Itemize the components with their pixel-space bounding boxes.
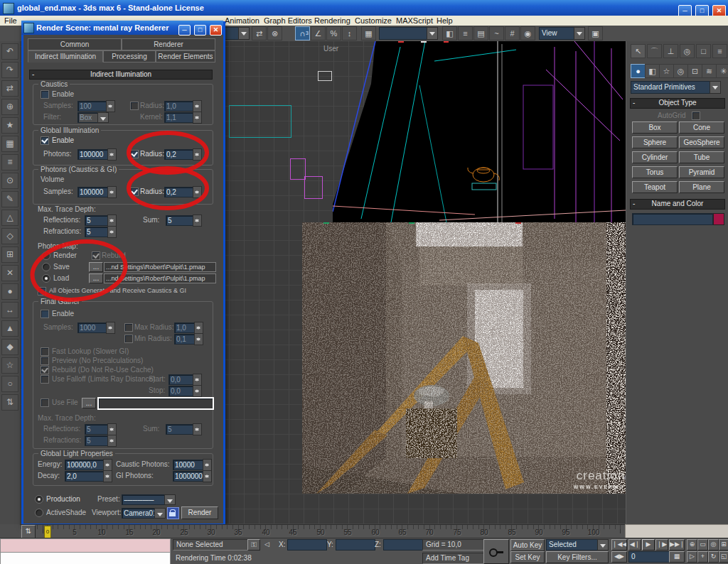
- caustics-radius-checkbox[interactable]: [130, 102, 139, 110]
- circle-tool-icon[interactable]: ○: [1, 376, 18, 392]
- fg-use-falloff-checkbox[interactable]: [41, 375, 49, 384]
- gi-enable-checkbox[interactable]: [41, 136, 49, 145]
- menu-file[interactable]: File: [4, 16, 17, 26]
- arc-rotate-icon[interactable]: ↻: [708, 551, 719, 563]
- unlink-icon[interactable]: ⊕: [1, 99, 18, 115]
- fg-start-spinner[interactable]: [193, 374, 202, 386]
- photons-samples-spinner[interactable]: [107, 186, 117, 198]
- motion-tab-icon[interactable]: ◎: [680, 44, 695, 58]
- create-teapot-button[interactable]: Teapot: [632, 181, 678, 193]
- refractions-field[interactable]: 5: [85, 227, 110, 237]
- modify-tab-icon[interactable]: ⌒: [647, 44, 662, 58]
- fg-max-radius-spinner[interactable]: [194, 322, 203, 334]
- create-pyramid-button[interactable]: Pyramid: [679, 166, 724, 178]
- dropdown-arrow-icon[interactable]: [427, 27, 438, 40]
- array-icon[interactable]: ✎: [1, 191, 18, 207]
- gi-radius-field[interactable]: 0,2: [164, 149, 196, 160]
- display-tab-icon[interactable]: □: [696, 44, 711, 58]
- fg-min-radius-spinner[interactable]: [194, 333, 203, 345]
- go-to-end-icon[interactable]: ▶▶❘: [669, 539, 685, 551]
- menu-graph-editors[interactable]: Graph Editors: [264, 16, 312, 26]
- dropdown-arrow-icon[interactable]: [97, 112, 109, 123]
- fg-fast-lookup-checkbox[interactable]: [41, 347, 49, 356]
- hierarchy-tab-icon[interactable]: ⊥: [663, 44, 678, 58]
- create-sphere-button[interactable]: Sphere: [632, 136, 678, 148]
- tab-renderer[interactable]: Renderer: [122, 38, 215, 50]
- object-type-rollout[interactable]: -Object Type: [630, 98, 725, 109]
- create-cone-button[interactable]: Cone: [679, 121, 724, 134]
- reflections-spinner[interactable]: [107, 215, 117, 227]
- utilities-tab-icon[interactable]: ≡: [712, 44, 727, 58]
- dialog-minimize-icon[interactable]: ─: [178, 25, 191, 36]
- redo-icon[interactable]: ↷: [1, 62, 18, 78]
- up-tool-icon[interactable]: ▲: [1, 320, 18, 337]
- snap-icon[interactable]: ◇: [1, 228, 18, 244]
- star-tool-icon[interactable]: ☆: [1, 357, 18, 374]
- unlink-selection-icon[interactable]: ⊗: [267, 26, 282, 40]
- production-radio[interactable]: [35, 495, 43, 504]
- mirror-icon[interactable]: ◧: [442, 26, 457, 40]
- menu-animation[interactable]: Animation: [225, 16, 259, 26]
- pan-tool-icon[interactable]: ↔: [1, 302, 18, 318]
- trace2-sum-field[interactable]: 5: [166, 424, 196, 435]
- refractions-spinner[interactable]: [107, 226, 117, 238]
- viewport-dropdown[interactable]: Camera01: [122, 508, 157, 519]
- photons-radius-checkbox[interactable]: [130, 188, 139, 196]
- snap-toggle-icon[interactable]: ∩3: [295, 26, 310, 40]
- menu-rendering[interactable]: Rendering: [314, 16, 350, 26]
- dropdown-arrow-icon[interactable]: [710, 81, 721, 94]
- spinner-snap-icon[interactable]: ↕: [342, 26, 357, 40]
- dropdown-arrow-icon[interactable]: [154, 508, 166, 519]
- fg-enable-checkbox[interactable]: [41, 310, 49, 318]
- create-plane-button[interactable]: Plane: [679, 181, 724, 193]
- name-color-rollout[interactable]: -Name and Color: [630, 199, 725, 210]
- photons-samples-field[interactable]: 100000: [77, 187, 110, 197]
- create-cylinder-button[interactable]: Cylinder: [632, 151, 678, 163]
- trace2-refractions-spinner[interactable]: [107, 435, 117, 447]
- zoom-extents-icon[interactable]: ◎: [708, 539, 719, 551]
- systems-icon[interactable]: ✳: [716, 64, 728, 78]
- dialog-maximize-icon[interactable]: □: [194, 25, 206, 36]
- photons-radius-spinner[interactable]: [193, 186, 202, 198]
- dropdown-arrow-icon[interactable]: [574, 27, 585, 40]
- gi-radius-spinner[interactable]: [193, 148, 202, 161]
- align-icon[interactable]: ≡: [458, 26, 473, 40]
- caustics-enable-checkbox[interactable]: [41, 90, 49, 99]
- create-torus-button[interactable]: Torus: [632, 166, 678, 178]
- pan-icon[interactable]: +: [697, 551, 708, 563]
- play-icon[interactable]: ▶: [642, 539, 655, 551]
- mirror-tool-icon[interactable]: ⊙: [1, 173, 18, 189]
- gi-photons-spinner[interactable]: [107, 148, 117, 161]
- fg-file-browse-button[interactable]: ...: [82, 398, 96, 408]
- key-mode-toggle-icon[interactable]: ◀▶: [611, 551, 627, 563]
- activeshade-radio[interactable]: [35, 509, 43, 517]
- load-path-field[interactable]: ...nd Settings\Robert\Pulpit\1.pmap: [104, 273, 216, 283]
- preset-dropdown[interactable]: ------------------: [122, 494, 167, 505]
- gi-radius-checkbox[interactable]: [130, 150, 139, 158]
- decay-field[interactable]: 2,0: [65, 471, 106, 482]
- material-editor-icon[interactable]: ◉: [520, 26, 535, 40]
- set-key-button[interactable]: Set Key: [510, 551, 545, 563]
- macro-recorder-field[interactable]: [0, 538, 171, 553]
- save-browse-button[interactable]: ...: [89, 262, 103, 272]
- trace2-refractions-field[interactable]: 5: [85, 435, 110, 446]
- fg-samples-field[interactable]: 1000: [77, 322, 109, 333]
- category-dropdown[interactable]: Standard Primitives: [631, 81, 714, 94]
- autogrid-checkbox[interactable]: [692, 112, 700, 120]
- trace2-reflections-spinner[interactable]: [107, 423, 117, 435]
- gi-photons-count-spinner[interactable]: [203, 470, 212, 482]
- fg-start-field[interactable]: 0,0: [168, 374, 196, 385]
- create-box-button[interactable]: Box: [632, 121, 678, 134]
- caustics-kernel-field[interactable]: 1,1: [164, 112, 196, 123]
- select-and-link-icon[interactable]: ⇄: [252, 26, 267, 40]
- track-mode-toggle-icon[interactable]: ⇅: [21, 525, 36, 538]
- caustic-photons-field[interactable]: 10000: [173, 460, 205, 470]
- swap-tool-icon[interactable]: ⇅: [1, 394, 18, 411]
- fg-samples-spinner[interactable]: [106, 322, 115, 334]
- load-browse-button[interactable]: ...: [89, 273, 103, 283]
- layers-icon[interactable]: ≡: [1, 154, 18, 170]
- decay-spinner[interactable]: [103, 470, 112, 482]
- reflections-field[interactable]: 5: [85, 215, 110, 226]
- named-sets-icon[interactable]: ▦: [1, 136, 18, 152]
- selection-filter-dropdown[interactable]: [379, 27, 432, 40]
